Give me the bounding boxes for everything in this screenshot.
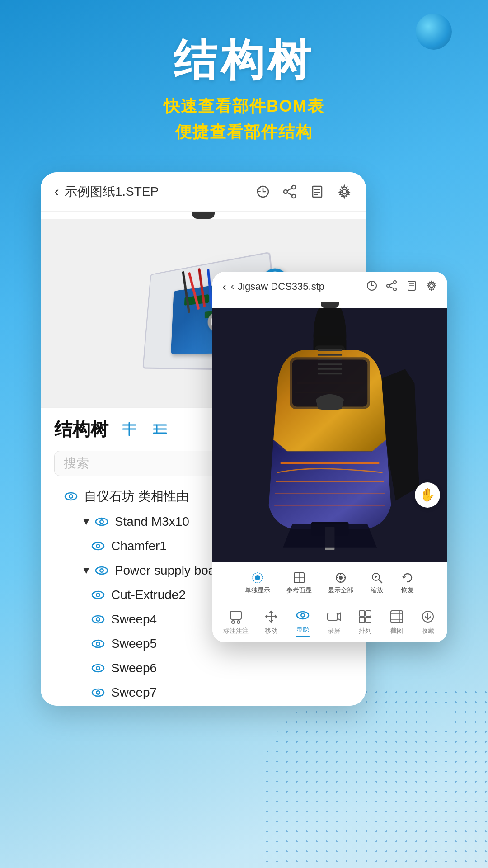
show-all-label: 显示全部 xyxy=(328,586,353,594)
eye-icon[interactable] xyxy=(94,514,109,529)
decorative-sphere xyxy=(416,14,452,50)
svg-rect-104 xyxy=(366,611,371,616)
svg-rect-103 xyxy=(359,611,365,616)
lineup-icon xyxy=(357,608,374,625)
svg-point-58 xyxy=(394,288,396,291)
eye-icon[interactable] xyxy=(90,587,106,603)
jigsaw-model-svg xyxy=(212,308,447,562)
svg-point-95 xyxy=(232,621,235,623)
secondary-viewer: ✋ xyxy=(212,308,447,562)
tree-panel-title: 结构树 xyxy=(54,417,108,442)
eye-icon[interactable] xyxy=(90,612,106,627)
cut-label: 截图 xyxy=(390,627,403,635)
file-title: 示例图纸1.STEP xyxy=(65,183,255,200)
secondary-card-notch xyxy=(321,302,339,308)
page-container: 结构树 快速查看部件BOM表 便捷查看部件结构 ‹ 示例图纸1.STEP xyxy=(0,0,488,868)
cut-icon xyxy=(388,608,405,625)
isolate-button[interactable]: 单独显示 xyxy=(240,568,275,597)
show-all-icon xyxy=(333,571,348,585)
secondary-bookmark-icon[interactable] xyxy=(406,280,418,293)
move-label: 移动 xyxy=(265,627,277,635)
svg-point-24 xyxy=(70,495,72,497)
item-label: 自仪石坊 类相性由 xyxy=(84,488,189,505)
svg-point-2 xyxy=(284,190,287,193)
svg-line-91 xyxy=(379,580,382,583)
svg-point-45 xyxy=(97,667,99,669)
hero-section: 结构树 快速查看部件BOM表 便捷查看部件结构 xyxy=(0,0,488,163)
restore-label: 恢复 xyxy=(401,586,414,594)
hero-subtitle: 快速查看部件BOM表 便捷查看部件结构 xyxy=(164,93,324,145)
record-icon xyxy=(325,608,343,625)
svg-point-85 xyxy=(339,576,343,580)
hand-tool-button[interactable]: ✋ xyxy=(415,482,440,508)
eye-icon[interactable] xyxy=(90,660,106,676)
record-label: 录屏 xyxy=(328,627,340,635)
svg-line-59 xyxy=(389,283,394,285)
secondary-back-label: ‹ xyxy=(231,281,234,292)
move-button[interactable]: 移动 xyxy=(260,606,282,637)
secondary-settings-icon[interactable] xyxy=(426,280,437,293)
svg-point-48 xyxy=(97,691,99,693)
eye-icon[interactable] xyxy=(63,489,79,504)
zoom-button[interactable]: 缩放 xyxy=(365,568,389,597)
bookmark-icon[interactable] xyxy=(309,184,325,200)
svg-rect-102 xyxy=(328,613,338,620)
restore-button[interactable]: 恢复 xyxy=(396,568,419,597)
svg-point-57 xyxy=(387,284,389,287)
annotate-icon xyxy=(227,608,244,625)
list-icon[interactable] xyxy=(150,419,170,439)
item-label: Stand M3x10 xyxy=(115,514,189,529)
annotate-label: 标注注注 xyxy=(223,627,249,635)
secondary-toolbar: 单独显示 参考面显 xyxy=(212,562,447,642)
secondary-back-button[interactable]: ‹ xyxy=(222,280,226,294)
item-label: Cut-Extrude2 xyxy=(111,588,186,602)
svg-point-33 xyxy=(100,569,103,571)
secondary-card: ‹ ‹ Jigsaw DCS335.stp xyxy=(212,272,447,642)
cut-button[interactable]: 截图 xyxy=(385,606,408,637)
header-icons xyxy=(255,184,352,200)
ref-planes-button[interactable]: 参考面显 xyxy=(282,568,316,597)
secondary-history-icon[interactable] xyxy=(366,280,378,293)
svg-point-36 xyxy=(97,594,99,596)
lineup-button[interactable]: 排列 xyxy=(354,606,376,637)
secondary-header-icons xyxy=(366,280,437,293)
settings-icon[interactable] xyxy=(336,184,352,200)
list-item[interactable]: Sweep6 xyxy=(54,656,352,680)
eye-icon[interactable] xyxy=(94,563,109,578)
svg-point-30 xyxy=(97,545,99,547)
lineup-label: 排列 xyxy=(359,627,371,635)
back-button[interactable]: ‹ xyxy=(54,183,59,200)
cards-wrapper: ‹ 示例图纸1.STEP xyxy=(41,172,447,760)
record-button[interactable]: 录屏 xyxy=(323,606,345,637)
xray-button[interactable]: 显隐 xyxy=(291,605,314,639)
item-label: Sweep7 xyxy=(111,685,157,700)
isolate-label: 单独显示 xyxy=(245,586,270,594)
svg-line-4 xyxy=(287,188,292,191)
xray-label: 显隐 xyxy=(296,626,309,634)
svg-point-3 xyxy=(292,194,296,198)
collect-button[interactable]: 收藏 xyxy=(417,606,439,637)
item-label: Chamfer1 xyxy=(111,539,167,553)
svg-point-27 xyxy=(100,520,103,523)
secondary-file-title: Jigsaw DCS335.stp xyxy=(238,281,366,292)
eye-icon[interactable] xyxy=(90,538,106,554)
item-label: Power supply boa xyxy=(115,563,216,578)
active-underline xyxy=(296,636,310,637)
svg-point-64 xyxy=(430,284,433,288)
expand-icon[interactable] xyxy=(119,419,139,439)
chevron-icon: ▼ xyxy=(81,516,91,528)
share-icon[interactable] xyxy=(282,184,298,200)
ref-planes-icon xyxy=(292,571,306,585)
annotate-button[interactable]: 标注注注 xyxy=(221,606,251,637)
list-item[interactable]: Sweep7 xyxy=(54,680,352,705)
restore-icon xyxy=(400,571,415,585)
svg-point-101 xyxy=(301,614,304,616)
list-item[interactable]: Sweep8 xyxy=(54,705,352,706)
history-icon[interactable] xyxy=(255,184,271,200)
isolate-icon xyxy=(250,571,265,585)
eye-icon[interactable] xyxy=(90,685,106,700)
item-label: Sweep4 xyxy=(111,612,157,627)
show-all-button[interactable]: 显示全部 xyxy=(324,568,358,597)
eye-icon[interactable] xyxy=(90,636,106,651)
secondary-share-icon[interactable] xyxy=(386,280,398,293)
